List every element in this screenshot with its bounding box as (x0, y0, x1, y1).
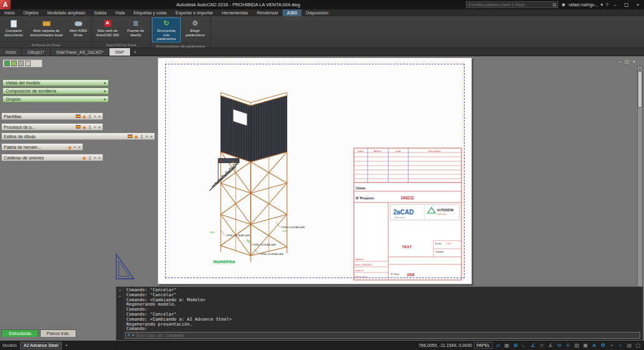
palette-procesos[interactable]: Procesos de p... ◉ ↧ + × (1, 123, 103, 131)
infer-icon[interactable]: ▱ (495, 342, 501, 348)
abrir-carpeta-sincronizacion-button[interactable]: Abrir carpeta de sincronización local (27, 18, 66, 41)
transparency-icon[interactable]: ▨ (573, 342, 580, 348)
snap-icon[interactable]: ▦ (503, 342, 510, 348)
spain-flag-icon[interactable] (76, 114, 81, 118)
paper-model-toggle[interactable]: PAPEL (474, 342, 493, 349)
maximize-button[interactable]: ▢ (622, 2, 631, 8)
palette-herramientas[interactable]: Paleta de herram... ◉ + × (1, 143, 83, 151)
fuente-de-diseno-button[interactable]: ≣ Fuente de diseño (123, 18, 149, 41)
scroll-up-icon[interactable]: ▲ (638, 67, 641, 71)
ribbon-tab-modelado-ampliado[interactable]: Modelado ampliado (43, 9, 89, 16)
close-icon[interactable]: × (78, 145, 81, 149)
move-icon[interactable]: + (146, 134, 148, 139)
selection-cycling-icon[interactable]: ▣ (582, 342, 589, 348)
scrollbar-thumb[interactable] (638, 71, 642, 108)
ribbon-tab-inicio[interactable]: Inicio (0, 9, 19, 16)
signed-in-user[interactable]: rafael.rodrigu... (568, 2, 598, 7)
chevron-down-icon[interactable]: ▾ (601, 2, 603, 8)
sitio-web-autocad360-button[interactable]: A Sitio web de AutoCAD 360 (93, 18, 122, 41)
ortho-icon[interactable]: ∟ (521, 342, 528, 348)
ribbon-tab-etiquetas-y-cotas[interactable]: Etiquetas y cotas (129, 9, 171, 16)
close-icon[interactable]: × (98, 125, 101, 129)
ribbon-tab-objetos[interactable]: Objetos (19, 9, 43, 16)
model-view-icon[interactable] (4, 61, 10, 66)
isolate-objects-icon[interactable]: ○ (617, 342, 624, 348)
dropdown-vistas-del-modelo[interactable]: Vistas del modelo ▾ (3, 79, 109, 86)
workspace-gear-icon[interactable]: ⚙ (600, 342, 606, 348)
command-line-window[interactable]: ≡ + Comando: "Cancelar" Comando: "Cancel… (116, 286, 643, 341)
ribbon-tab-disposicion[interactable]: Disposición (301, 9, 333, 16)
help-search-input[interactable] (468, 2, 553, 7)
move-icon[interactable]: + (74, 145, 76, 149)
properties-icon[interactable]: ◉ (83, 114, 86, 119)
elegir-parametros-button[interactable]: ⚙ Elegir parámetros (181, 18, 209, 42)
move-icon[interactable]: + (94, 125, 96, 129)
properties-icon[interactable]: ◉ (134, 134, 138, 139)
filter-icon[interactable] (11, 61, 17, 66)
settings-icon[interactable] (25, 61, 31, 66)
dropdown-composicion-tornilleria[interactable]: Composición de tornillería ▾ (3, 88, 109, 94)
close-icon[interactable]: × (98, 114, 101, 119)
ribbon-tab-exportar-e-importar[interactable]: Exportar e importar (171, 9, 218, 16)
file-tab-dibujo1[interactable]: Dibujo1* (22, 48, 50, 56)
new-layout-button[interactable]: + (65, 343, 68, 348)
isodraft-icon[interactable]: ◇ (538, 342, 545, 348)
close-icon[interactable]: × (150, 134, 153, 139)
ribbon-tab-renderizar[interactable]: Renderizar (253, 9, 283, 16)
viewport-restore-icon[interactable]: ▢ (625, 59, 629, 64)
minimize-button[interactable]: – (611, 2, 620, 8)
file-tab-004[interactable]: 004* (109, 48, 130, 56)
spain-flag-icon[interactable] (128, 134, 133, 138)
move-icon[interactable]: + (94, 156, 96, 160)
refresh-icon[interactable] (18, 61, 24, 66)
file-tab-inicio[interactable]: Inicio (0, 48, 22, 56)
new-drawing-tab-button[interactable]: + (131, 48, 139, 56)
close-button[interactable]: × (633, 2, 642, 8)
palette-catalogo-de-uniones[interactable]: Catálogo de uniones ◉ ↧ + × (1, 154, 103, 161)
drawing-canvas[interactable]: TORNILLOS DE ANCLAJE TORNILLOS DE ANCLAJ… (158, 58, 472, 284)
ribbon-tab-vista[interactable]: Vista (111, 9, 129, 16)
properties-icon[interactable]: ◉ (83, 125, 86, 129)
palette-plantillas[interactable]: Plantillas ◉ ↧ + × (1, 112, 103, 120)
customize-icon[interactable]: ≡ (118, 288, 121, 292)
command-input[interactable] (136, 333, 638, 338)
sincronizar-parametros-button[interactable]: ↻ Sincronizar mis parámetros (152, 18, 181, 42)
grid-icon[interactable]: ⊞ (512, 342, 519, 348)
graphics-performance-icon[interactable]: ▤ (626, 342, 633, 348)
viewport-close-icon[interactable]: × (633, 59, 635, 64)
ribbon-tab-salida[interactable]: Salida (90, 9, 111, 16)
otrack-icon[interactable]: ∡ (547, 342, 554, 348)
group-label-autocad-en-linea[interactable]: AutoCAD en línea (92, 41, 150, 48)
osnap-icon[interactable]: ⊙ (556, 342, 563, 348)
lineweight-icon[interactable]: ≡ (565, 342, 571, 348)
ribbon-tab-a360[interactable]: A360 (283, 9, 301, 16)
file-tab-stairtower[interactable]: StairTower_AS_2aCAD* (51, 48, 109, 56)
compartir-documento-button[interactable]: Compartir documento (1, 18, 26, 41)
viewport-minimize-icon[interactable]: – (618, 59, 621, 64)
properties-icon[interactable]: ◉ (83, 156, 86, 160)
dropdown-grupos[interactable]: Grupos: ▾ (3, 96, 109, 102)
pin-icon[interactable]: ↧ (88, 156, 92, 160)
search-icon[interactable] (553, 3, 556, 6)
group-label-archivos-en-linea[interactable]: Archivos en línea (0, 41, 91, 48)
close-icon[interactable]: × (98, 156, 101, 160)
annotation-monitor-icon[interactable]: + (608, 342, 615, 348)
annotation-icon[interactable]: A (591, 342, 598, 348)
model-tab[interactable]: Modelo (3, 343, 17, 348)
ribbon-tab-herramientas[interactable]: Herramientas (218, 9, 253, 16)
fullscreen-icon[interactable]: ▢ (635, 342, 641, 348)
move-icon[interactable]: + (94, 114, 96, 119)
spain-flag-icon[interactable] (76, 125, 81, 129)
sidebar-tab-planos-trab[interactable]: Planos trab. (40, 329, 76, 337)
drawing-workspace[interactable]: – ▢ × ▲ ▼ (0, 56, 644, 341)
pin-icon[interactable]: ↧ (88, 114, 92, 119)
help-search-box[interactable] (466, 1, 558, 8)
pin-icon[interactable]: ↧ (88, 125, 92, 129)
command-history[interactable]: Comando: "Cancelar" Comando: "Cancelar" … (124, 287, 643, 340)
group-label-sincronizacion[interactable]: Sincronización de parámetros (151, 42, 210, 49)
pin-icon[interactable]: ↧ (140, 134, 144, 139)
abrir-a360-drive-button[interactable]: Abrir A360 Drive (66, 18, 90, 41)
add-icon[interactable]: + (118, 294, 121, 299)
polar-icon[interactable]: ∠ (530, 342, 536, 348)
autocad-app-icon[interactable]: A (0, 0, 11, 9)
